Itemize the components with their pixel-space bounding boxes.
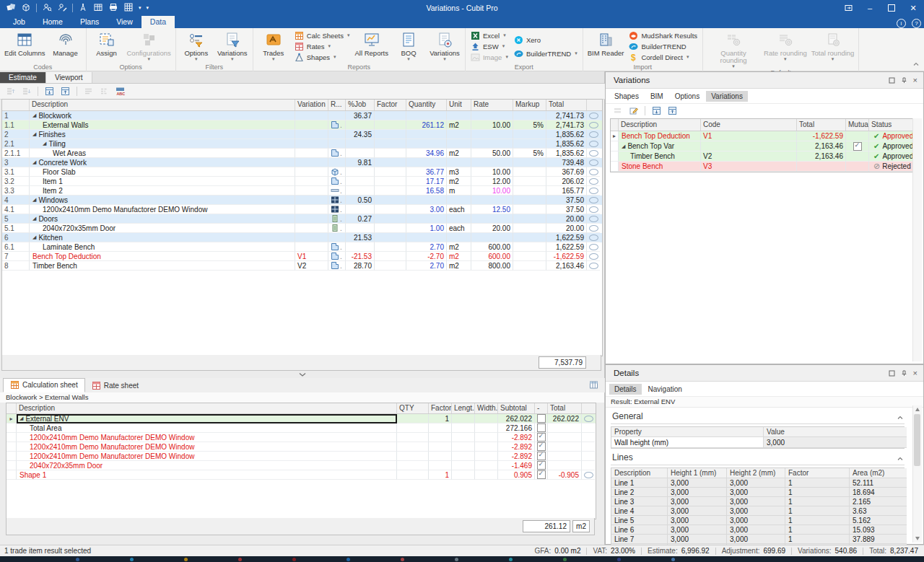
unit-cell[interactable] <box>447 139 471 149</box>
rate-cell[interactable] <box>471 214 513 224</box>
column-header-width[interactable]: Width... <box>475 403 498 413</box>
column-header-check[interactable]: - <box>535 403 548 413</box>
result-type-cell[interactable]: . <box>328 167 346 177</box>
variation-cell[interactable] <box>295 214 328 224</box>
total-cell[interactable]: 739.48 <box>546 158 587 167</box>
tb-expand-button[interactable] <box>43 85 56 97</box>
tb-abc-button[interactable]: ABC <box>114 85 126 97</box>
taskbar-app-icon[interactable] <box>455 558 458 561</box>
calc-row[interactable]: 1200x2410mm Demo Manufactorer DEMO Windo… <box>6 442 596 452</box>
code-cell[interactable]: V1 <box>701 131 797 141</box>
factor-cell[interactable] <box>375 205 406 214</box>
estimate-row[interactable]: 5.12040x720x35mm Door.1.00each20.0020.00 <box>2 224 602 233</box>
factor-cell[interactable] <box>375 233 406 242</box>
column-header-mutual[interactable]: Mutual <box>846 119 869 131</box>
rate-cell[interactable]: 10.00 <box>471 167 513 177</box>
factor-cell[interactable] <box>429 433 452 442</box>
taskbar-app-icon[interactable] <box>130 558 134 561</box>
result-type-cell[interactable]: . <box>328 120 346 130</box>
qty-cell[interactable] <box>397 423 429 433</box>
unit-cell[interactable] <box>447 111 471 120</box>
variation-row[interactable]: ◢Bench Top Var2,163.46✔Approved <box>611 141 918 152</box>
calc-row[interactable]: 1200x2410mm Demo Manufactorer DEMO Windo… <box>6 452 596 461</box>
description-cell[interactable]: ◢Finishes <box>30 130 295 139</box>
columns-chooser-icon[interactable] <box>589 380 598 390</box>
total-cell[interactable]: 1,835.62 <box>546 149 587 158</box>
quantity-cell[interactable]: 17.17 <box>406 177 447 186</box>
column-header-subtotal[interactable]: Subtotal <box>498 403 535 413</box>
total-cell[interactable]: 1,835.62 <box>546 139 587 149</box>
pjob-cell[interactable] <box>346 186 375 196</box>
unit-cell[interactable] <box>447 196 471 205</box>
result-type-cell[interactable]: . <box>328 214 346 224</box>
unit-cell[interactable]: m2 <box>447 120 471 130</box>
quantity-cell[interactable] <box>406 130 447 139</box>
factor-cell[interactable] <box>375 186 406 196</box>
factor-cell[interactable] <box>375 139 406 149</box>
unit-cell[interactable] <box>447 130 471 139</box>
calc-row[interactable]: 2040x720x35mm Door-1.469 <box>6 461 596 470</box>
status-cell[interactable]: ✔Approved <box>869 152 919 162</box>
estimate-row[interactable]: 5◢Doors.0.2720.00 <box>2 214 602 224</box>
assign-button[interactable]: Assign <box>89 30 125 63</box>
factor-cell[interactable]: 1 <box>785 506 850 516</box>
boq-button[interactable]: BOQ▾ <box>391 30 427 63</box>
cubit-logo-icon[interactable] <box>6 2 16 14</box>
column-header-unit[interactable]: Unit <box>447 100 471 110</box>
pin-icon[interactable] <box>901 370 907 377</box>
unit-cell[interactable]: m2 <box>447 242 471 252</box>
height2-cell[interactable]: 3,000 <box>727 506 785 516</box>
description-cell[interactable]: 2040x720x35mm Door <box>17 461 397 470</box>
ribbon-tab-data[interactable]: Data <box>141 16 175 28</box>
column-header-value[interactable]: Value <box>764 427 907 437</box>
calc-sheets-button[interactable]: Calc Sheets▾ <box>293 30 352 40</box>
negate-cell[interactable] <box>535 442 548 452</box>
total-cell[interactable]: -1,622.59 <box>797 131 846 141</box>
rate-cell[interactable]: 12.00 <box>471 177 513 186</box>
factor-cell[interactable] <box>375 130 406 139</box>
unit-cell[interactable]: m2 <box>447 177 471 186</box>
details-tab-navigation[interactable]: Navigation <box>643 384 687 395</box>
cordell-direct-button[interactable]: $Cordell Direct▾ <box>627 52 699 62</box>
variation-cell[interactable] <box>295 130 328 139</box>
area-cell[interactable]: 15.093 <box>850 525 907 535</box>
total-cell[interactable]: 206.02 <box>546 177 587 186</box>
image-button[interactable]: Image▾ <box>469 52 510 62</box>
factor-cell[interactable] <box>375 224 406 233</box>
pjob-cell[interactable] <box>346 149 375 158</box>
rate-cell[interactable] <box>471 158 513 167</box>
pjob-cell[interactable] <box>346 177 375 186</box>
unit-cell[interactable]: each <box>447 205 471 214</box>
ribbon-collapse-button[interactable] <box>912 61 920 69</box>
column-header-markup[interactable]: Markup <box>513 100 546 110</box>
estimate-row[interactable]: 2◢Finishes24.351,835.62 <box>2 130 602 139</box>
rate-rounding-button[interactable]: Rate rounding▾ <box>762 30 809 69</box>
total-cell[interactable] <box>548 433 582 442</box>
line-row[interactable]: Line 23,0003,000118.694 <box>611 488 904 497</box>
qty-cell[interactable] <box>397 442 429 452</box>
pjob-cell[interactable] <box>346 242 375 252</box>
subtotal-cell[interactable]: 0.905 <box>498 470 535 480</box>
configurations-button[interactable]: Configurations▾ <box>125 30 173 63</box>
estimate-row[interactable]: 8Timber BenchV2.28.702.70m2800.002,163.4… <box>2 261 602 271</box>
quantity-cell[interactable]: 16.58 <box>406 186 447 196</box>
column-header-total[interactable]: Total <box>797 119 846 131</box>
pjob-cell[interactable]: 0.50 <box>346 196 375 205</box>
total-cell[interactable]: 2,163.46 <box>546 261 587 271</box>
description-cell[interactable]: 1200x2410mm Demo Manufactorer DEMO Windo… <box>17 433 397 442</box>
markup-cell[interactable] <box>513 252 546 261</box>
pjob-cell[interactable] <box>346 139 375 149</box>
factor-cell[interactable]: 1 <box>785 497 850 506</box>
rate-cell[interactable]: 600.00 <box>471 252 513 261</box>
variation-row[interactable]: Timber BenchV22,163.46✔Approved <box>611 152 918 162</box>
tb-edit-button[interactable] <box>627 105 640 117</box>
markup-cell[interactable] <box>513 139 546 149</box>
description-cell[interactable]: Laminate Bench <box>30 242 295 252</box>
close-icon[interactable]: × <box>913 77 918 84</box>
taskbar-app-icon[interactable] <box>238 558 242 561</box>
tb-list2-button[interactable] <box>98 85 110 97</box>
doc-tab-viewport[interactable]: Viewport <box>46 72 92 83</box>
buildertrend-button[interactable]: BuilderTREND▾ <box>513 48 579 58</box>
unit-cell[interactable]: m2 <box>447 149 471 158</box>
collapse-section-icon[interactable] <box>897 456 903 462</box>
